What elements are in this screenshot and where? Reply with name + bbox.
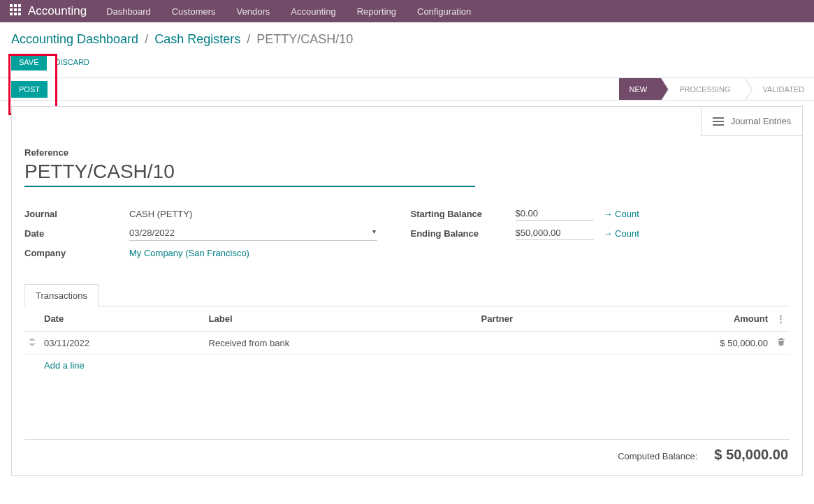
journal-entries-button[interactable]: Journal Entries: [701, 107, 802, 136]
breadcrumb: Accounting Dashboard / Cash Registers / …: [11, 32, 803, 47]
breadcrumb-dashboard[interactable]: Accounting Dashboard: [11, 32, 138, 46]
post-button[interactable]: POST: [11, 81, 48, 98]
breadcrumb-cash-registers[interactable]: Cash Registers: [154, 32, 240, 46]
reference-input[interactable]: [24, 159, 475, 187]
reference-label: Reference: [24, 147, 790, 158]
nav-reporting[interactable]: Reporting: [357, 6, 396, 17]
th-date[interactable]: Date: [40, 306, 205, 332]
ending-balance-label: Ending Balance: [411, 228, 516, 239]
svg-rect-1: [14, 4, 17, 7]
stage-processing[interactable]: PROCESSING: [661, 78, 744, 100]
trash-icon: [777, 337, 785, 346]
row-amount[interactable]: $ 50,000.00: [599, 332, 772, 355]
tabs: Transactions Date Label Partner Amount ⋮: [24, 283, 790, 463]
stage-new[interactable]: NEW: [619, 78, 661, 100]
handle-col: [24, 306, 40, 332]
apps-icon[interactable]: [10, 4, 21, 19]
delete-row-button[interactable]: [772, 332, 790, 355]
breadcrumb-row: Accounting Dashboard / Cash Registers / …: [0, 22, 814, 54]
row-label[interactable]: Received from bank: [205, 332, 477, 355]
breadcrumb-sep: /: [247, 32, 250, 46]
nav-vendors[interactable]: Vendors: [237, 6, 270, 17]
starting-balance-label: Starting Balance: [411, 209, 516, 219]
row-date[interactable]: 03/11/2022: [40, 332, 205, 355]
ending-balance-value[interactable]: $50,000.00: [516, 226, 594, 240]
drag-handle-icon[interactable]: [24, 332, 40, 355]
svg-rect-0: [10, 4, 13, 7]
tab-transactions[interactable]: Transactions: [24, 284, 99, 306]
save-button[interactable]: SAVE: [11, 54, 47, 71]
journal-value: CASH (PETTY): [129, 209, 192, 219]
date-input[interactable]: 03/28/2022 ▾: [129, 225, 377, 241]
company-link[interactable]: My Company (San Francisco): [129, 248, 249, 258]
computed-balance-row: Computed Balance: $ 50,000.00: [24, 439, 790, 463]
svg-rect-6: [10, 13, 13, 15]
nav-customers[interactable]: Customers: [172, 6, 216, 17]
navbar-menu: Dashboard Customers Vendors Accounting R…: [106, 6, 471, 17]
svg-rect-5: [18, 8, 21, 11]
stage-validated[interactable]: VALIDATED: [745, 78, 815, 100]
starting-count-link[interactable]: → Count: [604, 209, 639, 219]
discard-button[interactable]: DISCARD: [55, 58, 90, 66]
date-label: Date: [24, 228, 129, 239]
th-partner[interactable]: Partner: [477, 306, 600, 332]
breadcrumb-current: PETTY/CASH/10: [256, 32, 353, 46]
status-stages: NEW PROCESSING VALIDATED: [619, 78, 814, 100]
journal-label: Journal: [24, 209, 129, 219]
svg-rect-8: [18, 13, 21, 15]
caret-down-icon: ▾: [372, 228, 376, 235]
svg-rect-2: [18, 4, 21, 7]
svg-rect-4: [14, 8, 17, 11]
computed-balance-label: Computed Balance:: [618, 451, 697, 461]
ending-count-link[interactable]: → Count: [604, 228, 639, 239]
company-label: Company: [24, 248, 129, 258]
app-brand[interactable]: Accounting: [28, 4, 87, 18]
th-menu[interactable]: ⋮: [772, 306, 790, 332]
form-sheet: Journal Entries Reference Journal CASH (…: [11, 106, 803, 476]
date-value: 03/28/2022: [129, 228, 175, 238]
th-amount[interactable]: Amount: [599, 306, 772, 332]
nav-accounting[interactable]: Accounting: [291, 6, 335, 17]
action-row: SAVE DISCARD: [0, 54, 814, 77]
nav-dashboard[interactable]: Dashboard: [106, 6, 151, 17]
transactions-table: Date Label Partner Amount ⋮ 03/11/2: [24, 306, 790, 376]
breadcrumb-sep: /: [145, 32, 148, 46]
table-row[interactable]: 03/11/2022 Received from bank $ 50,000.0…: [24, 332, 790, 355]
journal-entries-label: Journal Entries: [731, 116, 792, 126]
nav-configuration[interactable]: Configuration: [417, 6, 471, 17]
hamburger-icon: [713, 117, 724, 126]
kebab-icon[interactable]: ⋮: [776, 313, 785, 324]
computed-balance-value: $ 50,000.00: [714, 447, 788, 463]
row-partner[interactable]: [477, 332, 600, 355]
sheet-wrap: Journal Entries Reference Journal CASH (…: [0, 101, 814, 487]
statusbar: POST NEW PROCESSING VALIDATED: [0, 77, 814, 101]
starting-balance-value[interactable]: $0.00: [516, 207, 594, 221]
top-navbar: Accounting Dashboard Customers Vendors A…: [0, 0, 814, 22]
svg-rect-3: [10, 8, 13, 11]
add-line-link[interactable]: Add a line: [24, 355, 790, 376]
svg-rect-7: [14, 13, 17, 15]
th-label[interactable]: Label: [205, 306, 477, 332]
